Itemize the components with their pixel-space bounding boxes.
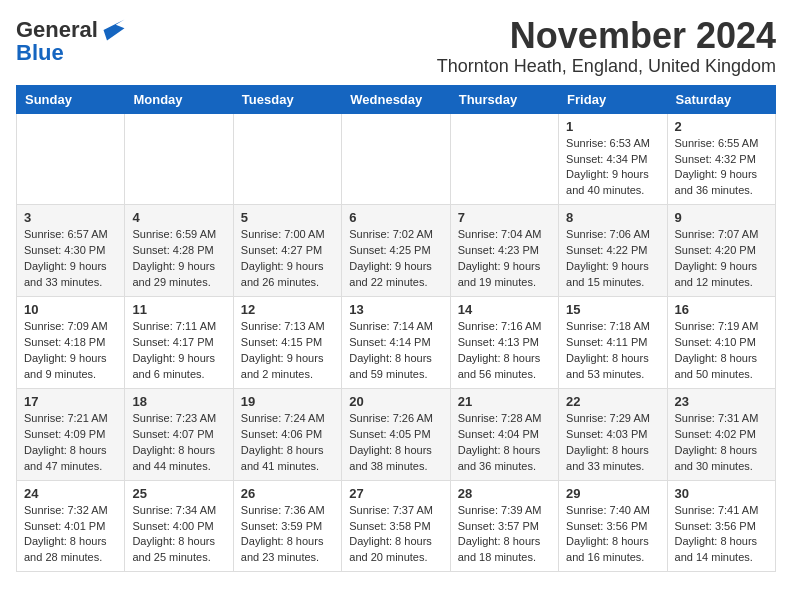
day-number: 25 bbox=[132, 486, 225, 501]
calendar-cell: 28Sunrise: 7:39 AM Sunset: 3:57 PM Dayli… bbox=[450, 480, 558, 572]
calendar-cell: 27Sunrise: 7:37 AM Sunset: 3:58 PM Dayli… bbox=[342, 480, 450, 572]
header-thursday: Thursday bbox=[450, 85, 558, 113]
day-number: 13 bbox=[349, 302, 442, 317]
day-info: Sunrise: 7:24 AM Sunset: 4:06 PM Dayligh… bbox=[241, 411, 334, 475]
day-number: 14 bbox=[458, 302, 551, 317]
calendar-cell: 29Sunrise: 7:40 AM Sunset: 3:56 PM Dayli… bbox=[559, 480, 667, 572]
day-number: 9 bbox=[675, 210, 768, 225]
day-number: 26 bbox=[241, 486, 334, 501]
logo-icon bbox=[100, 16, 128, 44]
day-number: 1 bbox=[566, 119, 659, 134]
subtitle: Thornton Heath, England, United Kingdom bbox=[437, 56, 776, 77]
calendar-cell: 19Sunrise: 7:24 AM Sunset: 4:06 PM Dayli… bbox=[233, 388, 341, 480]
day-number: 11 bbox=[132, 302, 225, 317]
calendar-cell bbox=[450, 113, 558, 205]
calendar-cell: 9Sunrise: 7:07 AM Sunset: 4:20 PM Daylig… bbox=[667, 205, 775, 297]
calendar-cell: 15Sunrise: 7:18 AM Sunset: 4:11 PM Dayli… bbox=[559, 297, 667, 389]
day-info: Sunrise: 7:06 AM Sunset: 4:22 PM Dayligh… bbox=[566, 227, 659, 291]
svg-marker-0 bbox=[103, 20, 124, 41]
day-number: 29 bbox=[566, 486, 659, 501]
calendar-cell: 2Sunrise: 6:55 AM Sunset: 4:32 PM Daylig… bbox=[667, 113, 775, 205]
header: General Blue November 2024 Thornton Heat… bbox=[16, 16, 776, 77]
logo-blue: Blue bbox=[16, 40, 64, 66]
calendar-cell: 6Sunrise: 7:02 AM Sunset: 4:25 PM Daylig… bbox=[342, 205, 450, 297]
calendar-cell: 30Sunrise: 7:41 AM Sunset: 3:56 PM Dayli… bbox=[667, 480, 775, 572]
day-info: Sunrise: 7:41 AM Sunset: 3:56 PM Dayligh… bbox=[675, 503, 768, 567]
calendar-cell: 20Sunrise: 7:26 AM Sunset: 4:05 PM Dayli… bbox=[342, 388, 450, 480]
day-info: Sunrise: 6:53 AM Sunset: 4:34 PM Dayligh… bbox=[566, 136, 659, 200]
day-number: 2 bbox=[675, 119, 768, 134]
calendar-cell bbox=[17, 113, 125, 205]
day-number: 18 bbox=[132, 394, 225, 409]
day-number: 12 bbox=[241, 302, 334, 317]
day-info: Sunrise: 7:26 AM Sunset: 4:05 PM Dayligh… bbox=[349, 411, 442, 475]
calendar-cell: 18Sunrise: 7:23 AM Sunset: 4:07 PM Dayli… bbox=[125, 388, 233, 480]
calendar-cell bbox=[233, 113, 341, 205]
day-info: Sunrise: 7:34 AM Sunset: 4:00 PM Dayligh… bbox=[132, 503, 225, 567]
day-info: Sunrise: 7:18 AM Sunset: 4:11 PM Dayligh… bbox=[566, 319, 659, 383]
day-info: Sunrise: 6:55 AM Sunset: 4:32 PM Dayligh… bbox=[675, 136, 768, 200]
logo: General Blue bbox=[16, 16, 128, 66]
day-info: Sunrise: 6:57 AM Sunset: 4:30 PM Dayligh… bbox=[24, 227, 117, 291]
day-info: Sunrise: 7:19 AM Sunset: 4:10 PM Dayligh… bbox=[675, 319, 768, 383]
day-info: Sunrise: 7:39 AM Sunset: 3:57 PM Dayligh… bbox=[458, 503, 551, 567]
day-info: Sunrise: 6:59 AM Sunset: 4:28 PM Dayligh… bbox=[132, 227, 225, 291]
calendar-cell: 16Sunrise: 7:19 AM Sunset: 4:10 PM Dayli… bbox=[667, 297, 775, 389]
week-row-4: 24Sunrise: 7:32 AM Sunset: 4:01 PM Dayli… bbox=[17, 480, 776, 572]
day-info: Sunrise: 7:28 AM Sunset: 4:04 PM Dayligh… bbox=[458, 411, 551, 475]
header-monday: Monday bbox=[125, 85, 233, 113]
calendar-table: SundayMondayTuesdayWednesdayThursdayFrid… bbox=[16, 85, 776, 573]
day-number: 19 bbox=[241, 394, 334, 409]
day-info: Sunrise: 7:00 AM Sunset: 4:27 PM Dayligh… bbox=[241, 227, 334, 291]
week-row-3: 17Sunrise: 7:21 AM Sunset: 4:09 PM Dayli… bbox=[17, 388, 776, 480]
day-number: 20 bbox=[349, 394, 442, 409]
calendar-cell: 8Sunrise: 7:06 AM Sunset: 4:22 PM Daylig… bbox=[559, 205, 667, 297]
calendar-cell: 7Sunrise: 7:04 AM Sunset: 4:23 PM Daylig… bbox=[450, 205, 558, 297]
header-friday: Friday bbox=[559, 85, 667, 113]
day-info: Sunrise: 7:31 AM Sunset: 4:02 PM Dayligh… bbox=[675, 411, 768, 475]
calendar-cell: 13Sunrise: 7:14 AM Sunset: 4:14 PM Dayli… bbox=[342, 297, 450, 389]
header-saturday: Saturday bbox=[667, 85, 775, 113]
month-title: November 2024 bbox=[437, 16, 776, 56]
calendar-cell: 21Sunrise: 7:28 AM Sunset: 4:04 PM Dayli… bbox=[450, 388, 558, 480]
day-info: Sunrise: 7:02 AM Sunset: 4:25 PM Dayligh… bbox=[349, 227, 442, 291]
day-number: 15 bbox=[566, 302, 659, 317]
day-number: 23 bbox=[675, 394, 768, 409]
day-info: Sunrise: 7:07 AM Sunset: 4:20 PM Dayligh… bbox=[675, 227, 768, 291]
day-number: 24 bbox=[24, 486, 117, 501]
day-info: Sunrise: 7:13 AM Sunset: 4:15 PM Dayligh… bbox=[241, 319, 334, 383]
day-number: 22 bbox=[566, 394, 659, 409]
calendar-cell: 22Sunrise: 7:29 AM Sunset: 4:03 PM Dayli… bbox=[559, 388, 667, 480]
calendar-cell bbox=[125, 113, 233, 205]
day-info: Sunrise: 7:21 AM Sunset: 4:09 PM Dayligh… bbox=[24, 411, 117, 475]
day-info: Sunrise: 7:09 AM Sunset: 4:18 PM Dayligh… bbox=[24, 319, 117, 383]
calendar-cell: 1Sunrise: 6:53 AM Sunset: 4:34 PM Daylig… bbox=[559, 113, 667, 205]
day-info: Sunrise: 7:14 AM Sunset: 4:14 PM Dayligh… bbox=[349, 319, 442, 383]
calendar-cell: 4Sunrise: 6:59 AM Sunset: 4:28 PM Daylig… bbox=[125, 205, 233, 297]
calendar-cell: 14Sunrise: 7:16 AM Sunset: 4:13 PM Dayli… bbox=[450, 297, 558, 389]
header-wednesday: Wednesday bbox=[342, 85, 450, 113]
calendar-cell: 23Sunrise: 7:31 AM Sunset: 4:02 PM Dayli… bbox=[667, 388, 775, 480]
calendar-cell: 10Sunrise: 7:09 AM Sunset: 4:18 PM Dayli… bbox=[17, 297, 125, 389]
day-info: Sunrise: 7:32 AM Sunset: 4:01 PM Dayligh… bbox=[24, 503, 117, 567]
day-number: 28 bbox=[458, 486, 551, 501]
day-number: 3 bbox=[24, 210, 117, 225]
calendar-cell: 24Sunrise: 7:32 AM Sunset: 4:01 PM Dayli… bbox=[17, 480, 125, 572]
day-number: 7 bbox=[458, 210, 551, 225]
week-row-0: 1Sunrise: 6:53 AM Sunset: 4:34 PM Daylig… bbox=[17, 113, 776, 205]
day-number: 4 bbox=[132, 210, 225, 225]
calendar-cell: 25Sunrise: 7:34 AM Sunset: 4:00 PM Dayli… bbox=[125, 480, 233, 572]
day-number: 16 bbox=[675, 302, 768, 317]
day-info: Sunrise: 7:04 AM Sunset: 4:23 PM Dayligh… bbox=[458, 227, 551, 291]
calendar-cell: 11Sunrise: 7:11 AM Sunset: 4:17 PM Dayli… bbox=[125, 297, 233, 389]
calendar-header-row: SundayMondayTuesdayWednesdayThursdayFrid… bbox=[17, 85, 776, 113]
day-number: 6 bbox=[349, 210, 442, 225]
header-sunday: Sunday bbox=[17, 85, 125, 113]
header-tuesday: Tuesday bbox=[233, 85, 341, 113]
day-number: 30 bbox=[675, 486, 768, 501]
day-info: Sunrise: 7:29 AM Sunset: 4:03 PM Dayligh… bbox=[566, 411, 659, 475]
calendar-cell: 3Sunrise: 6:57 AM Sunset: 4:30 PM Daylig… bbox=[17, 205, 125, 297]
day-number: 17 bbox=[24, 394, 117, 409]
day-info: Sunrise: 7:37 AM Sunset: 3:58 PM Dayligh… bbox=[349, 503, 442, 567]
calendar-cell: 12Sunrise: 7:13 AM Sunset: 4:15 PM Dayli… bbox=[233, 297, 341, 389]
